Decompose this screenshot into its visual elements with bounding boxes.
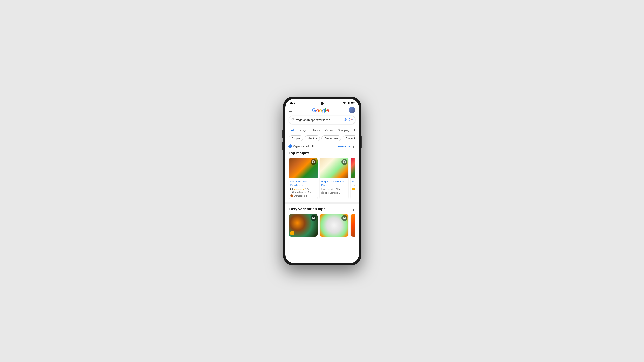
- wifi-icon: [343, 101, 346, 104]
- svg-line-12: [294, 120, 294, 121]
- stars-1: ★★★★★: [294, 188, 304, 190]
- volume-down-button: [282, 142, 283, 150]
- svg-rect-6: [348, 102, 349, 104]
- ai-more-options-icon[interactable]: ⋮: [352, 144, 356, 148]
- source-icon-3: [352, 188, 355, 190]
- svg-marker-2: [344, 103, 345, 104]
- screen-content: ☰ G o o g l e: [286, 105, 359, 261]
- learn-more-link[interactable]: Learn more: [337, 145, 350, 148]
- recipe-image-3: [350, 158, 356, 178]
- phone-shell: 9:30: [283, 97, 361, 265]
- chip-gluten-free[interactable]: Gluten-free: [322, 135, 341, 141]
- svg-point-3: [344, 104, 344, 104]
- recipe-card-3-partial[interactable]: Veg… 7 in…: [350, 158, 356, 199]
- signal-icon: [347, 101, 350, 104]
- rating-count-1: (17): [304, 188, 309, 190]
- recipe-rating-1: 5.0 ★★★★★ (17): [290, 188, 316, 190]
- svg-rect-10: [351, 102, 354, 104]
- search-bar[interactable]: vegetarian appetizer ideas: [289, 115, 356, 124]
- search-query-text: vegetarian appetizer ideas: [296, 118, 343, 122]
- svg-rect-13: [344, 118, 346, 120]
- chip-healthy[interactable]: Healthy: [304, 135, 320, 141]
- svg-rect-5: [348, 102, 348, 104]
- svg-rect-9: [354, 102, 354, 103]
- search-tabs: All Images News Videos Shopping Pers…: [289, 127, 356, 133]
- source-icon-1: [290, 194, 293, 197]
- recipe-info-3: Veg… 7 in…: [350, 178, 356, 192]
- chip-finger-food[interactable]: Finger foo…: [343, 135, 355, 141]
- chip-simple[interactable]: Simple: [289, 135, 303, 141]
- tab-all[interactable]: All: [289, 127, 297, 133]
- avatar-image: [349, 107, 355, 113]
- google-o1: o: [316, 107, 319, 113]
- ai-diamond-icon: [288, 144, 293, 149]
- ai-header: Organized with AI Learn more ⋮: [289, 144, 356, 148]
- battery-icon: [350, 101, 355, 104]
- dip-image-3: [350, 214, 356, 237]
- recipe-title-1[interactable]: Mediterranean Pinwheels: [290, 180, 316, 187]
- recipe-card-2[interactable]: Vegetarian Wonton Bites 8 ingredients · …: [320, 158, 348, 199]
- recipe-card-1[interactable]: Mediterranean Pinwheels 5.0 ★★★★★ (17) 1…: [289, 158, 318, 199]
- recipe-meta-3: 7 in…: [352, 184, 356, 187]
- recipe-meta-2: 8 ingredients · 10m: [321, 188, 347, 190]
- dip-card-2[interactable]: [320, 214, 348, 237]
- source-more-1[interactable]: ⋮: [313, 194, 316, 197]
- recipe-source-1: Domestic Su… ⋮: [290, 194, 316, 197]
- easy-dips-header: Easy vegetarian dips ⋮: [289, 207, 356, 211]
- google-logo: G o o g l e: [312, 107, 329, 113]
- source-name-2: The Domesti…: [325, 192, 343, 194]
- recipe-cards-row: Mediterranean Pinwheels 5.0 ★★★★★ (17) 1…: [289, 158, 356, 199]
- tab-videos[interactable]: Videos: [322, 127, 336, 133]
- section-divider: [286, 202, 359, 204]
- easy-dips-more-icon[interactable]: ⋮: [352, 207, 356, 211]
- recipe-source-2: The Domesti… ⋮: [321, 191, 347, 194]
- svg-rect-7: [349, 101, 350, 104]
- dip-bookmark-2[interactable]: [342, 215, 347, 221]
- dip-cards-row: [289, 214, 356, 237]
- status-icons: [343, 101, 355, 104]
- rating-value-1: 5.0: [290, 188, 294, 190]
- tab-shopping[interactable]: Shopping: [336, 127, 352, 133]
- ai-text: Organized with AI: [293, 145, 314, 148]
- svg-point-17: [350, 119, 351, 120]
- google-g: G: [312, 107, 316, 113]
- recipe-info-2: Vegetarian Wonton Bites 8 ingredients · …: [320, 178, 348, 196]
- google-o2: o: [319, 107, 322, 113]
- recipe-source-3: [352, 188, 356, 190]
- svg-rect-4: [347, 103, 348, 104]
- source-name-1: Domestic Su…: [294, 195, 312, 197]
- easy-dips-title: Easy vegetarian dips: [289, 207, 326, 211]
- source-icon-2: [321, 191, 324, 194]
- recipe-info-1: Mediterranean Pinwheels 5.0 ★★★★★ (17) 1…: [289, 178, 318, 199]
- google-g2: g: [322, 107, 325, 113]
- avatar[interactable]: [349, 107, 355, 113]
- tab-images[interactable]: Images: [297, 127, 311, 133]
- bookmark-button-2[interactable]: [342, 159, 347, 165]
- volume-up-button: [282, 129, 283, 138]
- front-camera: [321, 102, 324, 105]
- top-recipes-title: Top recipes: [289, 151, 356, 155]
- dip-card-3-partial[interactable]: [350, 214, 356, 237]
- filter-chips: Simple Healthy Gluten-free Finger foo…: [289, 135, 356, 141]
- menu-icon[interactable]: ☰: [289, 108, 292, 113]
- tab-news[interactable]: News: [311, 127, 322, 133]
- ai-actions: Learn more ⋮: [337, 144, 355, 148]
- recipe-meta-1: 10 ingredients · 12m: [290, 191, 316, 193]
- bookmark-button-1[interactable]: [310, 159, 316, 165]
- status-time: 9:30: [290, 101, 295, 104]
- top-bar: ☰ G o o g l e: [289, 105, 356, 115]
- ai-label: Organized with AI: [289, 145, 314, 148]
- dip-card-1[interactable]: [289, 214, 318, 237]
- power-button: [361, 136, 362, 148]
- lens-search-button[interactable]: [349, 117, 353, 122]
- tab-personal[interactable]: Pers…: [352, 127, 356, 133]
- google-e: e: [326, 107, 329, 113]
- phone-screen: 9:30: [286, 99, 359, 263]
- search-icon: [292, 118, 295, 122]
- dip-bookmark-1[interactable]: [310, 215, 316, 221]
- source-more-2[interactable]: ⋮: [344, 191, 347, 194]
- recipe-title-2[interactable]: Vegetarian Wonton Bites: [321, 180, 347, 187]
- recipe-title-3: Veg…: [352, 180, 356, 183]
- voice-search-button[interactable]: [343, 118, 347, 122]
